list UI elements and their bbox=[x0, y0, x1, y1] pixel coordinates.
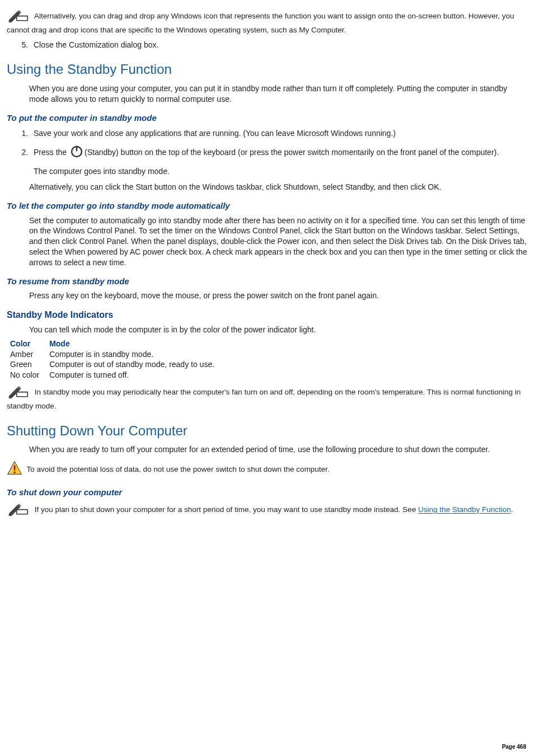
table-header-color: Color bbox=[10, 339, 49, 349]
note-text: In standby mode you may periodically hea… bbox=[7, 388, 521, 410]
pencil-note-icon bbox=[7, 501, 30, 519]
standby-intro: When you are done using your computer, y… bbox=[29, 83, 527, 105]
table-header-mode: Mode bbox=[49, 339, 224, 349]
step-5: Close the Customization dialog box. bbox=[30, 40, 527, 50]
heading-shutdown-procedure: To shut down your computer bbox=[7, 487, 527, 498]
note-text-post: . bbox=[511, 506, 513, 514]
heading-resume-standby: To resume from standby mode bbox=[7, 276, 527, 287]
put-standby-step-2: Press the (Standby) button on the top of… bbox=[30, 144, 527, 177]
standby-icon bbox=[69, 144, 84, 162]
note-fan: In standby mode you may periodically hea… bbox=[7, 384, 527, 411]
note-text: Alternatively, you can drag and drop any… bbox=[7, 12, 514, 34]
put-standby-step-1: Save your work and close any application… bbox=[30, 128, 527, 139]
warning-icon bbox=[7, 461, 22, 479]
warning-text: To avoid the potential loss of data, do … bbox=[27, 465, 330, 473]
link-using-standby[interactable]: Using the Standby Function bbox=[418, 506, 511, 514]
resume-body: Press any key on the keyboard, move the … bbox=[29, 290, 527, 301]
warning-shutdown: To avoid the potential loss of data, do … bbox=[7, 461, 527, 479]
auto-standby-body: Set the computer to automatically go int… bbox=[29, 215, 527, 268]
note-short-shutdown: If you plan to shut down your computer f… bbox=[7, 501, 527, 519]
pencil-note-icon bbox=[7, 8, 30, 25]
pencil-note-icon bbox=[7, 384, 30, 401]
heading-using-standby: Using the Standby Function bbox=[7, 60, 527, 78]
table-row: Green Computer is out of standby mode, r… bbox=[10, 359, 224, 370]
table-row: Amber Computer is in standby mode. bbox=[10, 349, 224, 360]
note-drag-drop: Alternatively, you can drag and drop any… bbox=[7, 8, 527, 35]
shutdown-intro: When you are ready to turn off your comp… bbox=[29, 444, 527, 455]
standby-indicators-table: Color Mode Amber Computer is in standby … bbox=[10, 339, 224, 381]
put-standby-result: The computer goes into standby mode. bbox=[34, 166, 527, 177]
indicators-intro: You can tell which mode the computer is … bbox=[29, 325, 527, 335]
table-row: No color Computer is turned off. bbox=[10, 370, 224, 381]
customization-steps-continued: Close the Customization dialog box. bbox=[28, 40, 527, 50]
put-standby-alternative: Alternatively, you can click the Start b… bbox=[29, 182, 527, 192]
heading-standby-indicators: Standby Mode Indicators bbox=[7, 309, 527, 321]
note-text-pre: If you plan to shut down your computer f… bbox=[35, 506, 418, 514]
heading-put-standby: To put the computer in standby mode bbox=[7, 112, 527, 124]
heading-auto-standby: To let the computer go into standby mode… bbox=[7, 200, 527, 212]
heading-shutting-down: Shutting Down Your Computer bbox=[7, 422, 527, 440]
put-standby-steps: Save your work and close any application… bbox=[28, 128, 527, 177]
